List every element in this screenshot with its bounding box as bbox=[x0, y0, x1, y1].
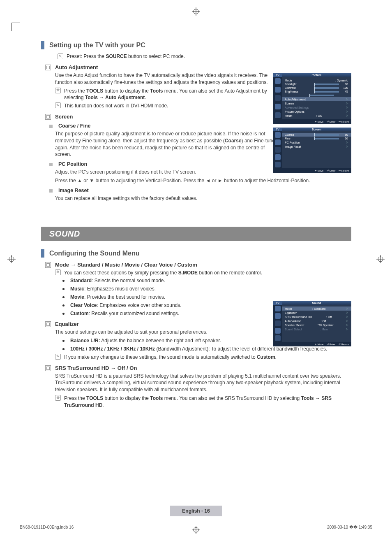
registration-mark-icon bbox=[376, 255, 385, 263]
osd-row: Speaker Select: TV Speaker▷ bbox=[273, 323, 351, 327]
osd-tab: TV bbox=[273, 128, 282, 131]
bullet-icon bbox=[62, 296, 65, 298]
sub2-image-reset: Image Reset bbox=[45, 188, 351, 193]
note-icon: ✎ bbox=[55, 354, 61, 360]
osd-side-icons bbox=[273, 131, 282, 168]
subsection-title: Equalizer bbox=[55, 321, 79, 327]
osd-screen-menu: TV Screen Coarse50 Fine26 PC Position▷ I… bbox=[273, 128, 351, 173]
chapter-header-sound: SOUND bbox=[41, 227, 351, 241]
mode-music: Music: Emphasizes music over voices. bbox=[55, 286, 281, 293]
osd-icon bbox=[275, 154, 281, 160]
registration-mark-icon bbox=[7, 255, 16, 263]
osd-row: PC Position▷ bbox=[273, 140, 351, 144]
osd-row: Picture Options▷ bbox=[273, 109, 351, 114]
osd-row: Advanced Settings▷ bbox=[273, 105, 351, 109]
osd-footer: ✦ Move ⏎ Enter ↶ Return bbox=[273, 119, 351, 124]
body-text: The purpose of picture quality adjustmen… bbox=[55, 130, 281, 158]
osd-icon bbox=[275, 147, 281, 153]
subsection-srs: SRS TruSurround HD → Off / On bbox=[45, 365, 351, 371]
osd-title: Sound bbox=[282, 301, 351, 305]
osd-row-highlight: Mode: Standard▷ bbox=[273, 306, 351, 311]
osd-icon bbox=[275, 328, 281, 334]
body-text: Use the Auto Adjust function to have the… bbox=[55, 72, 281, 86]
section-header: Configuring the Sound Menu bbox=[41, 249, 351, 258]
bullet-icon bbox=[62, 288, 65, 290]
bullet-icon bbox=[62, 340, 65, 342]
body-text: You can replace all image settings with … bbox=[55, 195, 351, 202]
osd-icon bbox=[275, 320, 281, 326]
osd-row: Reset: OK▷ bbox=[273, 114, 351, 118]
osd-side-icons bbox=[273, 305, 282, 342]
body-text: SRS TruSurround HD is a patented SRS tec… bbox=[55, 373, 351, 393]
bullet-icon bbox=[62, 304, 65, 306]
mode-standard: Standard: Selects the normal sound mode. bbox=[55, 277, 281, 284]
tools-icon: ⚒ bbox=[55, 88, 61, 93]
subsection-title: Mode → Standard / Music / Movie / Clear … bbox=[55, 262, 197, 268]
osd-row: Mode: Dynamic bbox=[273, 79, 351, 82]
section-accent-bar bbox=[41, 249, 44, 258]
osd-icon bbox=[275, 306, 281, 311]
subsection-icon bbox=[45, 65, 51, 70]
subsection-mode: Mode → Standard / Music / Movie / Clear … bbox=[45, 262, 351, 268]
mode-movie: Movie: Provides the best sound for movie… bbox=[55, 294, 281, 301]
note-icon: ✎ bbox=[58, 53, 63, 59]
osd-icon bbox=[275, 132, 281, 138]
document-footer: BN68-01911D-00Eng.indb 16 2009-03-10 �� … bbox=[20, 525, 372, 529]
section-title: Setting up the TV with your PC bbox=[49, 42, 145, 49]
doc-file-label: BN68-01911D-00Eng.indb 16 bbox=[20, 525, 74, 529]
osd-row: Screen▷ bbox=[273, 101, 351, 105]
osd-sound-menu: TV Sound Mode: Standard▷ Equalizer▷ SRS … bbox=[273, 301, 351, 346]
note-preset: ✎ Preset: Press the SOURCE button to sel… bbox=[58, 53, 351, 59]
osd-row: Auto Volume: Off▷ bbox=[273, 319, 351, 323]
osd-row: Contrast100 bbox=[273, 86, 351, 90]
subsection-title: SRS TruSurround HD → Off / On bbox=[55, 365, 137, 371]
bullet-icon bbox=[62, 280, 65, 282]
page-footer: English - 16 bbox=[170, 506, 222, 516]
osd-tab: TV bbox=[273, 73, 282, 77]
tool-note: ⚒ Press the TOOLS button to display the … bbox=[55, 88, 281, 102]
osd-picture-menu: TV Picture Mode: Dynamic Backlight10 Con… bbox=[273, 73, 351, 124]
note-dvi: ✎ This function does not work in DVI-HDM… bbox=[55, 102, 281, 109]
osd-icon bbox=[275, 95, 281, 101]
osd-side-icons bbox=[273, 77, 282, 119]
mode-clear-voice: Clear Voice: Emphasizes voice over other… bbox=[55, 302, 281, 309]
osd-row: Brightness45 bbox=[273, 90, 351, 93]
osd-row-highlight: Auto Adjustment▷ bbox=[273, 97, 351, 101]
osd-icon bbox=[275, 162, 281, 167]
note-icon: ✎ bbox=[55, 102, 61, 108]
osd-icon bbox=[275, 139, 281, 145]
section-accent-bar bbox=[41, 41, 44, 49]
square-bullet-icon bbox=[49, 125, 53, 128]
note-eq-custom: ✎ If you make any changes to these setti… bbox=[55, 354, 351, 361]
osd-row: Fine26 bbox=[273, 137, 351, 140]
tool-note-srs: ⚒ Press the TOOLS button to display the … bbox=[55, 395, 351, 409]
tools-icon: ⚒ bbox=[55, 395, 61, 401]
subsection-icon bbox=[45, 262, 51, 268]
osd-row: Equalizer▷ bbox=[273, 311, 351, 315]
registration-mark-icon bbox=[192, 7, 200, 16]
crop-mark-icon bbox=[12, 23, 20, 31]
subsection-icon bbox=[45, 321, 51, 327]
remote-icon: ✲ bbox=[55, 269, 61, 275]
osd-title: Picture bbox=[282, 73, 351, 77]
subsection-title: Auto Adjustment bbox=[55, 64, 98, 70]
square-bullet-icon bbox=[49, 163, 53, 166]
osd-icon bbox=[275, 87, 281, 93]
eq-bandwidth: 100Hz / 300Hz / 1KHz / 3KHz / 10KHz (Ban… bbox=[55, 346, 351, 353]
osd-row: SRS Trusurround HD: Off▷ bbox=[273, 315, 351, 319]
osd-icon bbox=[275, 313, 281, 319]
square-bullet-icon bbox=[49, 189, 53, 193]
osd-footer: ✦ Move ⏎ Enter ↶ Return bbox=[273, 168, 351, 173]
doc-date-label: 2009-03-10 �� 1:49:35 bbox=[327, 525, 372, 529]
section-title: Configuring the Sound Menu bbox=[49, 250, 140, 257]
subsection-title: Screen bbox=[55, 114, 73, 120]
subsection-auto-adjustment: Auto Adjustment bbox=[45, 64, 351, 70]
osd-row-highlight: Coarse50 bbox=[273, 133, 351, 137]
mode-custom: Custom: Recalls your customized sound se… bbox=[55, 310, 281, 317]
subsection-icon bbox=[45, 114, 51, 120]
osd-row: Sound Select: Main▷ bbox=[273, 327, 351, 331]
body-text: Press the ▲ or ▼ button to adjusting the… bbox=[55, 177, 351, 184]
osd-title: Screen bbox=[282, 128, 351, 131]
osd-icon bbox=[275, 104, 281, 109]
section-header: Setting up the TV with your PC bbox=[41, 41, 351, 49]
